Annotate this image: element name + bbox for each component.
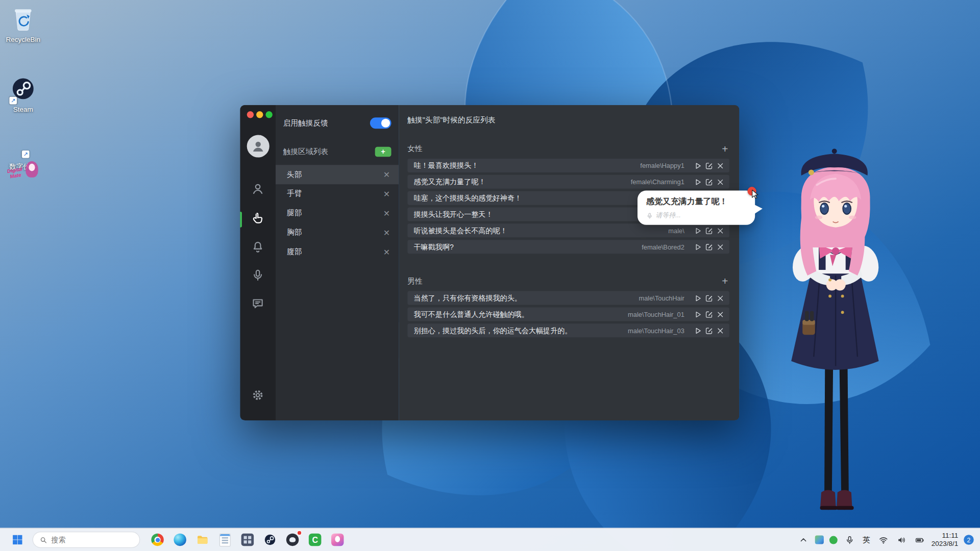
- edit-button[interactable]: [703, 176, 715, 187]
- reaction-list-main: 触摸"头部"时候的反应列表 女性 + 哇！最喜欢摸摸头！ female\Happ…: [399, 105, 739, 420]
- sidebar-item-chat[interactable]: [240, 297, 276, 310]
- reaction-voice-tag: female\Happy1: [640, 162, 684, 169]
- play-button[interactable]: [692, 225, 703, 236]
- area-label: 腹部: [287, 247, 302, 258]
- tray-green-app-icon[interactable]: [829, 536, 838, 544]
- touch-settings-panel: 启用触摸反馈 触摸区域列表 + 头部 ✕ 手臂 ✕ 腿部 ✕: [276, 105, 399, 420]
- minimize-window-button[interactable]: [256, 111, 263, 118]
- chrome-icon[interactable]: [149, 531, 166, 548]
- sidebar-item-touch[interactable]: [240, 212, 276, 225]
- reaction-row[interactable]: 感觉又充满力量了呢！ female\Charming1: [407, 175, 729, 189]
- edit-button[interactable]: [703, 241, 715, 253]
- area-label: 手臂: [287, 189, 302, 199]
- reaction-row[interactable]: 我可不是什么普通人允许碰触的哦。 male\TouchHair_01: [407, 307, 729, 321]
- edit-button[interactable]: [703, 309, 715, 320]
- delete-button[interactable]: [715, 292, 726, 304]
- reaction-row[interactable]: 哇！最喜欢摸摸头！ female\Happy1: [407, 159, 729, 172]
- edge-icon[interactable]: [172, 531, 189, 548]
- messenger-app-icon[interactable]: [284, 531, 301, 548]
- edit-button[interactable]: [703, 325, 715, 336]
- area-item-chest[interactable]: 胸部 ✕: [276, 223, 399, 242]
- area-item-belly[interactable]: 腹部 ✕: [276, 242, 399, 262]
- play-button[interactable]: [692, 160, 703, 171]
- play-button[interactable]: [692, 309, 703, 320]
- search-input[interactable]: [51, 536, 133, 544]
- edit-button[interactable]: [703, 292, 715, 304]
- file-explorer-icon[interactable]: [194, 531, 211, 548]
- reaction-row[interactable]: 当然了，只有你有资格摸我的头。 male\TouchHair: [407, 291, 729, 305]
- delete-button[interactable]: [715, 176, 726, 187]
- steam-taskbar-icon[interactable]: [261, 531, 279, 548]
- close-window-button[interactable]: [247, 111, 254, 118]
- play-button[interactable]: [692, 241, 703, 253]
- delete-button[interactable]: [715, 309, 726, 320]
- remove-area-button[interactable]: ✕: [383, 209, 390, 217]
- remove-area-button[interactable]: ✕: [383, 170, 390, 179]
- sidebar-rail: [240, 105, 276, 420]
- page-title: 触摸"头部"时候的反应列表: [407, 115, 729, 127]
- sidebar-item-settings[interactable]: [240, 389, 276, 402]
- ime-indicator[interactable]: 英: [862, 535, 872, 545]
- remove-area-button[interactable]: ✕: [383, 190, 390, 198]
- chat-icon: [251, 297, 264, 310]
- area-item-arm[interactable]: 手臂 ✕: [276, 184, 399, 204]
- desktop-icon-digital-mate[interactable]: Digital Mate ↗ 数字伙伴: [0, 148, 46, 171]
- notification-dot: [297, 531, 302, 536]
- delete-button[interactable]: [715, 241, 726, 253]
- bell-icon: [251, 240, 264, 254]
- reaction-text: 当然了，只有你有资格摸我的头。: [414, 293, 639, 303]
- desktop-icon-recycle-bin[interactable]: RecycleBin: [0, 5, 46, 43]
- reaction-text: 感觉又充满力量了呢！: [414, 177, 631, 186]
- sidebar-item-profile[interactable]: [240, 135, 276, 157]
- tray-chevron-icon[interactable]: [797, 532, 809, 547]
- play-button[interactable]: [692, 176, 703, 187]
- area-item-leg[interactable]: 腿部 ✕: [276, 204, 399, 223]
- tray-microphone-icon[interactable]: [843, 532, 855, 547]
- add-male-reaction-button[interactable]: +: [721, 276, 729, 287]
- volume-icon[interactable]: [895, 532, 908, 547]
- desktop-icon-label: Steam: [0, 106, 46, 113]
- app-grid-icon[interactable]: [239, 531, 256, 548]
- delete-button[interactable]: [715, 225, 726, 236]
- desktop: RecycleBin ↗ Steam Digital Mate ↗ 数字伙伴: [0, 0, 980, 551]
- wifi-icon[interactable]: [877, 532, 889, 547]
- tray-app-icon[interactable]: [815, 535, 824, 544]
- reaction-row[interactable]: 别担心，摸过我的头后，你的运气会大幅提升的。 male\TouchHair_03: [407, 323, 729, 337]
- sidebar-item-voice[interactable]: [240, 269, 276, 282]
- area-item-head[interactable]: 头部 ✕: [276, 165, 399, 184]
- female-section-header: 女性: [407, 143, 422, 154]
- reaction-text: 哇！最喜欢摸摸头！: [414, 161, 641, 170]
- notepad-icon[interactable]: [216, 531, 234, 548]
- reaction-row[interactable]: 干嘛戳我啊? female\Bored2: [407, 240, 729, 254]
- delete-button[interactable]: [715, 160, 726, 171]
- edit-button[interactable]: [703, 160, 715, 171]
- play-button[interactable]: [692, 325, 703, 336]
- sidebar-item-character[interactable]: [240, 183, 276, 196]
- microphone-icon: [251, 269, 264, 282]
- add-female-reaction-button[interactable]: +: [721, 143, 729, 154]
- clock[interactable]: 11:11 2023/8/1: [932, 532, 958, 548]
- anime-character[interactable]: [770, 141, 895, 528]
- battery-icon[interactable]: [913, 532, 925, 547]
- area-label: 头部: [287, 169, 302, 180]
- delete-button[interactable]: [715, 325, 726, 336]
- reaction-row[interactable]: 听说被摸头是会长不高的呢！ male\: [407, 223, 729, 237]
- touch-area-list: 头部 ✕ 手臂 ✕ 腿部 ✕ 胸部 ✕ 腹部 ✕: [276, 165, 399, 262]
- notification-count-badge[interactable]: 2: [964, 535, 974, 545]
- maximize-window-button[interactable]: [265, 111, 272, 118]
- reaction-voice-tag: male\: [668, 227, 684, 234]
- remove-area-button[interactable]: ✕: [383, 248, 390, 256]
- taskbar-search[interactable]: [33, 532, 140, 548]
- start-button[interactable]: [9, 531, 26, 548]
- play-button[interactable]: [692, 292, 703, 304]
- edit-button[interactable]: [703, 225, 715, 236]
- reaction-voice-tag: male\TouchHair_01: [628, 311, 684, 318]
- window-controls: [247, 111, 273, 118]
- add-area-button[interactable]: +: [375, 147, 391, 157]
- enable-feedback-toggle[interactable]: [370, 117, 391, 129]
- sidebar-item-notifications[interactable]: [240, 240, 276, 254]
- c-app-icon[interactable]: C: [306, 531, 324, 548]
- desktop-icon-steam[interactable]: ↗ Steam: [0, 76, 46, 113]
- remove-area-button[interactable]: ✕: [383, 229, 390, 237]
- digital-mate-taskbar-icon[interactable]: [329, 531, 346, 548]
